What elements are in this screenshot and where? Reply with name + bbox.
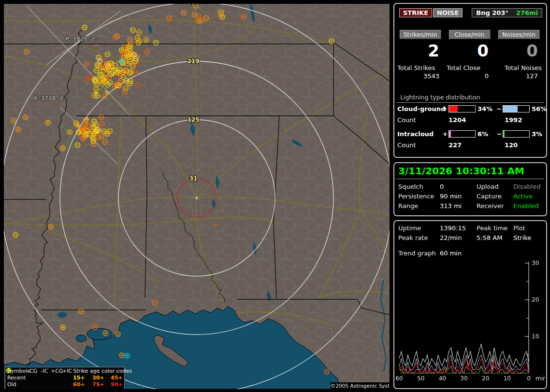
peak-time-value: 5:58 AM xyxy=(477,234,513,241)
intracloud-count-row: Count 227 120 xyxy=(394,140,546,150)
bearing-distance: 276mi xyxy=(516,9,538,16)
cloud-ground-count-row: Count 1204 1992 xyxy=(394,114,546,125)
trend-graph-label: Trend graph xyxy=(398,250,440,257)
legend-col-cg-pos: +CG xyxy=(51,368,61,374)
noises-per-min-button[interactable]: Noises/min xyxy=(498,30,540,39)
legend-recent-row: Recent 15+ 30+ 45+ xyxy=(5,374,124,381)
ic-plus-pct: 6% xyxy=(476,130,496,138)
noise-toggle-button[interactable]: NOISE xyxy=(433,8,463,17)
ic-plus-bar xyxy=(449,130,476,138)
legend-old-label: Old xyxy=(7,381,27,388)
lightning-distribution: Lightning type distribution Cloud-ground… xyxy=(394,94,546,150)
cg-minus-bar xyxy=(503,105,530,112)
map-canvas[interactable]: 31125219313P-1821-2-X-3718-1- xyxy=(4,4,390,389)
recent-cg-pos-icon xyxy=(51,375,61,381)
status-rows: Squelch 0 Upload Disabled Persistence 90… xyxy=(394,182,546,210)
svg-text:20: 20 xyxy=(482,375,489,382)
minus-sign: − xyxy=(496,130,503,138)
cg-count-label: Count xyxy=(397,116,449,124)
plus-sign: + xyxy=(442,105,449,112)
stats-row: Peak rate 22/min 5:58 AM Strike xyxy=(394,233,546,242)
bearing-display: Bng 203° 276mi xyxy=(472,8,542,17)
close-per-min-button[interactable]: Close/min xyxy=(449,30,491,39)
svg-text:min: min xyxy=(536,375,545,382)
peak-time-label: Peak time xyxy=(477,224,513,232)
old-cg-neg-icon xyxy=(27,381,38,388)
copyright-notice: ©2005 Astrogenic Systems xyxy=(331,382,390,389)
cloud-ground-label: Cloud-ground xyxy=(397,105,442,112)
datetime-display: 3/11/2026 10:30:11 AM xyxy=(394,164,546,179)
svg-text:10: 10 xyxy=(504,375,511,382)
svg-text:50: 50 xyxy=(417,375,424,382)
close-per-min-value: 0 xyxy=(447,39,492,62)
total-strikes-label: Total Strikes xyxy=(397,64,443,71)
recent-ic-neg-icon xyxy=(38,375,51,381)
squelch-label: Squelch xyxy=(398,183,440,190)
uptime-value: 1390:15 xyxy=(440,224,477,232)
plus-sign: + xyxy=(442,130,449,138)
peak-rate-label: Peak rate xyxy=(398,234,440,241)
age-code-75: 75+ xyxy=(92,381,111,388)
app-window: 31125219313P-1821-2-X-3718-1- Symbols -C… xyxy=(0,0,550,392)
map-legend: Symbols -CG -IC +CG +IC Strike age color… xyxy=(5,367,125,389)
persistence-value: 90 min xyxy=(440,193,477,200)
status-row: Squelch 0 Upload Disabled xyxy=(394,182,546,191)
noises-column: Noises/min 0 Total Noises 127 xyxy=(496,30,542,80)
noises-per-min-value: 0 xyxy=(496,39,542,62)
datetime-block: 3/11/2026 10:30:11 AM xyxy=(394,164,546,179)
ring-label: 125 xyxy=(187,116,199,123)
legend-old-row: Old 60+ 75+ 90+ xyxy=(5,381,124,388)
datetime-divider xyxy=(396,179,544,179)
age-code-90: 90+ xyxy=(111,381,129,388)
legend-header-row: Symbols -CG -IC +CG +IC Strike age color… xyxy=(5,367,124,374)
total-strikes-value: 3543 xyxy=(397,72,443,80)
total-noises-value: 127 xyxy=(496,72,542,80)
legend-age-header: Strike age color codes xyxy=(73,368,129,374)
strikes-per-min-value: 2 xyxy=(397,39,443,62)
upload-value: Disabled xyxy=(513,183,542,190)
squelch-value: 0 xyxy=(440,183,477,190)
close-column: Close/min 0 Total Close 0 xyxy=(447,30,492,80)
svg-text:40: 40 xyxy=(439,375,446,382)
svg-text:60: 60 xyxy=(395,375,403,382)
svg-text:10: 10 xyxy=(532,333,539,340)
map-viewport[interactable]: 31125219313P-1821-2-X-3718-1- Symbols -C… xyxy=(4,4,390,389)
recent-cg-neg-icon xyxy=(27,375,38,381)
age-code-45: 45+ xyxy=(111,375,129,381)
stats-row: Uptime 1390:15 Peak time Plot xyxy=(394,223,546,233)
svg-text:30: 30 xyxy=(460,375,467,382)
status-row: Persistence 90 min Capture Active xyxy=(394,191,546,201)
bearing-label: Bng 203° xyxy=(476,9,508,16)
strike-toggle-button[interactable]: STRIKE xyxy=(399,8,432,17)
age-code-15: 15+ xyxy=(73,375,92,381)
legend-col-ic-neg: -IC xyxy=(38,368,51,374)
counters-panel: STRIKE NOISE Bng 203° 276mi Strikes/min … xyxy=(393,3,547,158)
trend-graph-value: 60 min xyxy=(440,250,477,257)
rate-counters: Strikes/min 2 Total Strikes 3543 Close/m… xyxy=(394,30,550,80)
ic-count-label: Count xyxy=(397,141,449,149)
ic-minus-count: 120 xyxy=(505,141,543,149)
strikes-column: Strikes/min 2 Total Strikes 3543 xyxy=(397,30,443,80)
receiver-label: Receiver xyxy=(477,202,513,210)
upload-label: Upload xyxy=(477,183,513,190)
cg-plus-bar xyxy=(449,105,476,112)
cloud-ground-row: Cloud-ground + 34% − 56% xyxy=(394,103,546,114)
age-code-60: 60+ xyxy=(73,381,92,388)
persistence-label: Persistence xyxy=(398,193,440,200)
ic-minus-bar xyxy=(503,130,530,138)
legend-recent-label: Recent xyxy=(7,375,27,381)
strikes-per-min-button[interactable]: Strikes/min xyxy=(400,30,441,39)
storm-cell-label: X-3718-1- xyxy=(34,95,67,101)
cg-minus-pct: 56% xyxy=(530,105,546,112)
legend-col-ic-pos: +IC xyxy=(61,368,73,374)
svg-text:20: 20 xyxy=(532,296,539,303)
plot-mode-value: Strike xyxy=(513,234,542,241)
capture-value: Active xyxy=(513,193,542,200)
trend-graph: 1020306050403020100min xyxy=(395,258,545,386)
uptime-rows: Uptime 1390:15 Peak time Plot Peak rate … xyxy=(394,223,546,242)
ic-plus-count: 227 xyxy=(449,141,505,149)
plot-label: Plot xyxy=(513,224,542,232)
svg-text:30: 30 xyxy=(532,260,539,266)
trend-panel: Uptime 1390:15 Peak time Plot Peak rate … xyxy=(393,220,547,389)
trend-series-cg_positive xyxy=(399,359,529,373)
